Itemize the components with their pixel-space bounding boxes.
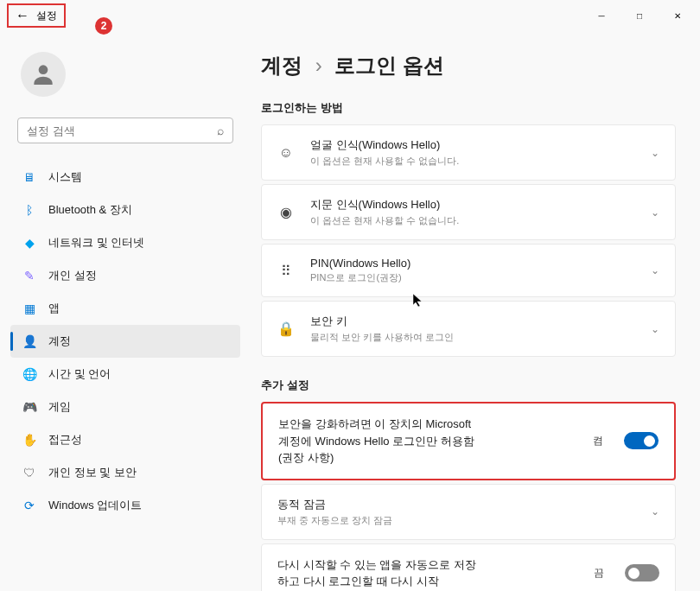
option-sub: 이 옵션은 현재 사용할 수 없습니다. [310,155,635,168]
nav-icon: 🎮 [22,400,36,414]
chevron-down-icon: ⌄ [651,264,659,276]
setting-restart-apps-text: 다시 시작할 수 있는 앱을 자동으로 저장 하고 다시 로그인할 때 다시 시… [277,556,578,590]
setting-restart-apps[interactable]: 다시 시작할 수 있는 앱을 자동으로 저장 하고 다시 로그인할 때 다시 시… [261,543,676,592]
annotation-2: 2 [95,17,112,35]
sidebar-item-6[interactable]: 🌐시간 및 언어 [10,358,240,391]
back-button[interactable]: ← [16,8,29,23]
main-content: 계정 › 로그인 옵션 로그인하는 방법 ☺얼굴 인식(Windows Hell… [251,31,700,591]
option-icon: ⠿ [277,263,295,279]
search-input[interactable] [27,124,217,137]
nav-label: 개인 정보 및 보안 [48,465,137,480]
nav-icon: ◆ [22,236,36,250]
close-button[interactable]: ✕ [659,3,697,28]
nav-label: Windows 업데이트 [48,498,142,513]
section-additional-title: 추가 설정 [261,378,676,393]
svg-point-0 [39,65,48,74]
nav-icon: ✎ [22,269,36,283]
search-box[interactable]: ⌕ [17,118,233,143]
option-title: 보안 키 [310,314,635,329]
sidebar-item-0[interactable]: 🖥시스템 [10,161,240,194]
nav-icon: 🌐 [22,367,36,381]
toggle-restart-apps[interactable] [625,564,659,581]
nav-label: 계정 [48,334,71,349]
nav-icon: 🛡 [22,466,36,480]
nav-icon: 👤 [22,334,36,348]
nav-icon: 🖥 [22,170,36,184]
dynamic-lock-sub: 부재 중 자동으로 장치 잠금 [277,514,635,527]
option-title: PIN(Windows Hello) [310,257,635,270]
nav-label: 시간 및 언어 [48,366,111,382]
option-icon: ◉ [277,204,295,220]
toggle-hello-only[interactable] [624,432,659,449]
signin-option-3[interactable]: 🔒보안 키물리적 보안 키를 사용하여 로그인⌄ [261,301,676,357]
toggle-label-off: 끔 [594,566,604,581]
nav-label: 앱 [48,301,60,316]
option-sub: PIN으로 로그인(권장) [310,271,635,284]
nav-label: 게임 [48,399,71,415]
sidebar-item-8[interactable]: ✋접근성 [10,423,240,456]
nav-icon: ▦ [22,302,36,315]
maximize-button[interactable]: □ [620,3,659,28]
titlebar: ← 설정 2 ─ □ ✕ [0,0,700,31]
window-controls: ─ □ ✕ [582,3,697,28]
option-icon: 🔒 [277,321,295,337]
minimize-button[interactable]: ─ [582,3,620,28]
sidebar: ⌕ 🖥시스템ᛒBluetooth & 장치◆네트워크 및 인터넷✎개인 설정▦앱… [0,31,251,591]
nav-icon: ᛒ [22,203,36,217]
option-icon: ☺ [277,145,295,161]
sidebar-item-2[interactable]: ◆네트워크 및 인터넷 [10,226,240,259]
chevron-down-icon: ⌄ [651,323,659,335]
nav-label: 개인 설정 [48,268,97,283]
sidebar-item-3[interactable]: ✎개인 설정 [10,259,240,292]
option-title: 얼굴 인식(Windows Hello) [310,137,635,153]
chevron-down-icon: ⌄ [651,147,659,159]
toggle-label-on: 켬 [593,434,603,448]
chevron-down-icon: ⌄ [651,505,659,518]
window-title: 설정 [36,9,57,23]
option-sub: 이 옵션은 현재 사용할 수 없습니다. [310,214,635,227]
user-icon [29,60,57,88]
sidebar-item-1[interactable]: ᛒBluetooth & 장치 [10,194,240,226]
dynamic-lock-title: 동적 잠금 [277,497,635,512]
nav-label: 네트워크 및 인터넷 [48,235,144,251]
breadcrumb: 계정 › 로그인 옵션 [261,52,676,79]
titlebar-back-group: ← 설정 [7,3,66,28]
signin-option-1[interactable]: ◉지문 인식(Windows Hello)이 옵션은 현재 사용할 수 없습니다… [261,184,676,240]
sidebar-item-5[interactable]: 👤계정 [10,325,240,358]
breadcrumb-separator: › [315,54,322,77]
option-title: 지문 인식(Windows Hello) [310,197,635,213]
nav-label: 접근성 [48,432,82,448]
signin-option-2[interactable]: ⠿PIN(Windows Hello)PIN으로 로그인(권장)⌄ [261,244,676,297]
setting-dynamic-lock[interactable]: 동적 잠금 부재 중 자동으로 장치 잠금 ⌄ [261,484,676,540]
search-icon: ⌕ [217,124,224,137]
sidebar-item-7[interactable]: 🎮게임 [10,391,240,423]
nav-label: Bluetooth & 장치 [48,202,132,218]
nav-label: 시스템 [48,169,82,185]
setting-hello-only[interactable]: 보안을 강화하려면 이 장치의 Microsoft 계정에 Windows He… [261,402,676,480]
breadcrumb-current: 로그인 옵션 [334,54,444,77]
nav-icon: ⟳ [22,499,36,512]
breadcrumb-parent[interactable]: 계정 [261,54,302,77]
setting-hello-only-text: 보안을 강화하려면 이 장치의 Microsoft 계정에 Windows He… [278,416,577,467]
sidebar-item-9[interactable]: 🛡개인 정보 및 보안 [10,456,240,489]
sidebar-item-4[interactable]: ▦앱 [10,292,240,325]
chevron-down-icon: ⌄ [651,207,659,219]
option-sub: 물리적 보안 키를 사용하여 로그인 [310,331,635,344]
sidebar-item-10[interactable]: ⟳Windows 업데이트 [10,489,240,522]
signin-option-0[interactable]: ☺얼굴 인식(Windows Hello)이 옵션은 현재 사용할 수 없습니다… [261,124,676,181]
section-signin-title: 로그인하는 방법 [261,100,676,116]
nav-icon: ✋ [22,433,36,447]
avatar[interactable] [21,52,66,97]
